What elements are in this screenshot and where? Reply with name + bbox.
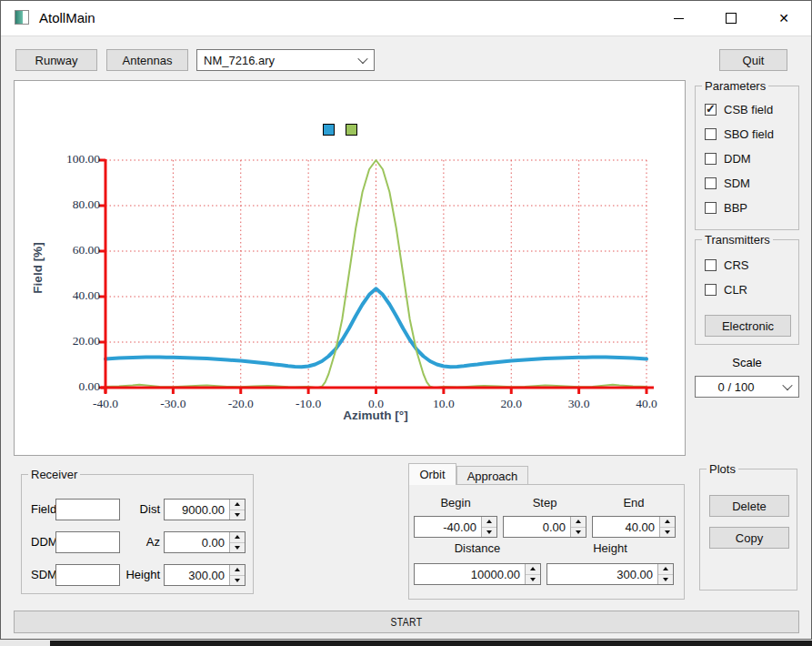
clr-label: CLR (724, 283, 747, 297)
end-spin-buttons (659, 517, 675, 537)
sbo-field-checkbox[interactable] (705, 128, 717, 140)
scale-label: Scale (695, 356, 799, 369)
electronic-button[interactable]: Electronic (705, 315, 791, 337)
x-tick-label: -40.0 (78, 397, 133, 411)
end-spinbox[interactable]: 40.00 (592, 516, 676, 538)
distance-value: 10000.00 (415, 564, 525, 584)
distance-spinbox[interactable]: 10000.00 (414, 563, 541, 585)
checkbox-row-crs[interactable]: CRS (705, 258, 748, 272)
delete-button[interactable]: Delete (709, 495, 789, 517)
checkbox-row-csb-field[interactable]: CSB field (705, 103, 773, 116)
ddm-checkbox[interactable] (705, 153, 717, 165)
app-icon (15, 10, 29, 25)
spin-down-icon[interactable] (658, 575, 673, 585)
receiver-groupbox: Receiver Field Dist 9000.00 DDM Az 0.00 … (21, 474, 254, 594)
spin-up-icon[interactable] (526, 564, 540, 575)
spin-up-icon[interactable] (230, 532, 245, 543)
step-label: Step (503, 496, 586, 510)
dist-spinbox[interactable]: 9000.00 (164, 499, 246, 520)
step-spinbox[interactable]: 0.00 (503, 516, 586, 538)
window-title: AtollMain (39, 10, 95, 25)
ddm-label: DDM (724, 152, 751, 166)
begin-value: -40.00 (415, 517, 481, 537)
antennas-button[interactable]: Antennas (106, 49, 188, 71)
orbit-height-spinbox[interactable]: 300.00 (546, 563, 674, 585)
az-spinbox[interactable]: 0.00 (164, 531, 246, 553)
field-input[interactable] (55, 499, 120, 520)
y-axis-title: Field [%] (31, 223, 45, 314)
distance-spin-buttons (525, 564, 540, 584)
antenna-file-combobox[interactable]: NM_7216.ary (196, 49, 375, 71)
tab-approach[interactable]: Approach (456, 466, 528, 485)
az-label: Az (124, 535, 160, 549)
chevron-down-icon (777, 377, 798, 397)
spin-up-icon[interactable] (571, 517, 586, 528)
runway-button[interactable]: Runway (15, 49, 97, 71)
end-value: 40.00 (593, 517, 659, 537)
spin-down-icon[interactable] (482, 528, 496, 538)
clr-checkbox[interactable] (705, 284, 717, 296)
legend-swatch-icon (323, 124, 335, 136)
x-tick-label: 30.0 (552, 397, 606, 411)
checkbox-row-clr[interactable]: CLR (705, 283, 747, 297)
checkbox-row-ddm[interactable]: DDM (705, 152, 751, 166)
sdm-checkbox[interactable] (705, 177, 717, 189)
field-label: Field (31, 502, 56, 516)
minimize-icon (674, 18, 684, 19)
height-spinbox[interactable]: 300.00 (164, 564, 246, 586)
scale-combobox[interactable]: 0 / 100 (695, 376, 799, 398)
y-tick-label: 0.00 (44, 379, 100, 394)
sdm-input[interactable] (55, 564, 120, 586)
y-tick-label: 40.00 (44, 288, 100, 303)
crs-checkbox[interactable] (705, 259, 717, 271)
y-tick-label: 100.00 (44, 152, 100, 167)
spin-down-icon[interactable] (230, 543, 245, 553)
spin-down-icon[interactable] (230, 576, 245, 586)
checkbox-row-sbo-field[interactable]: SBO field (705, 127, 774, 141)
spin-up-icon[interactable] (658, 564, 673, 575)
start-button[interactable]: START (14, 611, 799, 633)
legend-swatch-icon (346, 124, 357, 136)
checkbox-row-sdm[interactable]: SDM (705, 177, 750, 190)
ddm-input[interactable] (55, 531, 120, 553)
spin-down-icon[interactable] (571, 528, 586, 538)
dist-value: 9000.00 (165, 500, 229, 520)
x-tick-label: 20.0 (484, 397, 538, 411)
plots-title: Plots (707, 462, 738, 476)
spin-down-icon[interactable] (230, 510, 245, 520)
spin-down-icon[interactable] (526, 575, 540, 585)
spin-down-icon[interactable] (660, 528, 675, 538)
chevron-down-icon (352, 50, 374, 70)
copy-button[interactable]: Copy (709, 527, 789, 549)
y-tick-label: 80.00 (44, 197, 100, 212)
start-button-label: START (390, 615, 422, 629)
spin-up-icon[interactable] (230, 500, 245, 510)
antenna-file-value: NM_7216.ary (197, 54, 352, 67)
tab-orbit[interactable]: Orbit (408, 463, 456, 485)
crs-label: CRS (724, 258, 748, 272)
app-window: AtollMain ✕ Runway Antennas NM_7216.ary … (0, 0, 812, 640)
sbo-field-label: SBO field (724, 127, 774, 141)
transmitters-groupbox: Transmitters CRS CLR Electronic (695, 239, 799, 345)
minimize-button[interactable] (657, 1, 699, 35)
step-spin-buttons (570, 517, 586, 537)
ddm-field-label: DDM (31, 535, 58, 549)
maximize-icon (726, 13, 737, 24)
spin-up-icon[interactable] (482, 517, 496, 528)
bbp-checkbox[interactable] (705, 202, 717, 214)
csb-field-checkbox[interactable] (705, 104, 717, 116)
checkbox-row-bbp[interactable]: BBP (705, 201, 747, 215)
close-button[interactable]: ✕ (763, 1, 805, 35)
spin-up-icon[interactable] (660, 517, 675, 528)
step-value: 0.00 (504, 517, 570, 537)
quit-button[interactable]: Quit (719, 49, 787, 71)
spin-up-icon[interactable] (230, 565, 245, 576)
begin-spinbox[interactable]: -40.00 (414, 516, 497, 538)
csb-field-label: CSB field (724, 103, 773, 116)
y-tick-label: 20.00 (44, 334, 100, 348)
maximize-button[interactable] (710, 1, 752, 35)
begin-spin-buttons (481, 517, 496, 537)
chart-panel: 0.0020.0040.0060.0080.00100.00 -40.0-30.… (14, 80, 686, 456)
plots-groupbox: Plots Delete Copy (699, 469, 797, 590)
x-axis-title: Azimuth [°] (285, 409, 466, 422)
